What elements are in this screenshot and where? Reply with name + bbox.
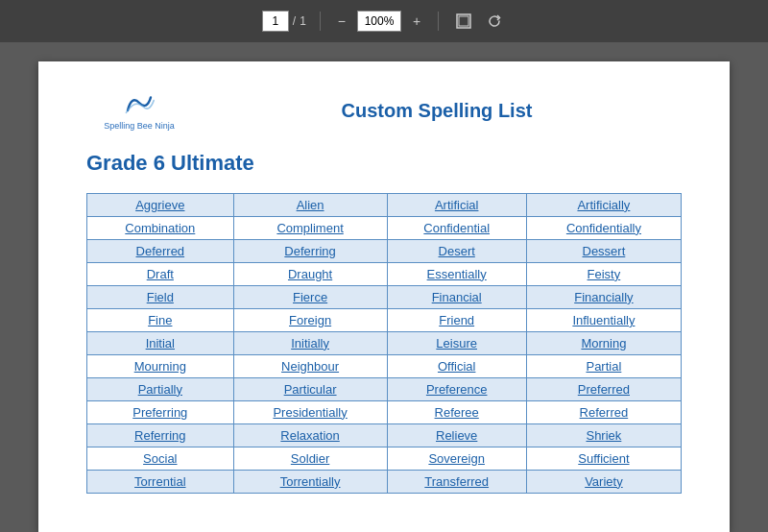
word-table: AggrieveAlienArtificialArtificiallyCombi… [86, 193, 682, 494]
zoom-out-button[interactable]: − [334, 12, 349, 31]
word-link[interactable]: Partially [138, 382, 182, 397]
word-link[interactable]: Confidential [423, 221, 490, 235]
page-separator: / [293, 14, 296, 28]
word-cell: Official [387, 354, 526, 377]
word-link[interactable]: Essentially [427, 267, 487, 281]
word-link[interactable]: Official [438, 359, 476, 374]
word-cell: Variety [526, 470, 681, 493]
word-link[interactable]: Foreign [289, 313, 331, 327]
word-cell: Feisty [526, 262, 681, 285]
word-link[interactable]: Torrentially [280, 474, 341, 489]
word-link[interactable]: Sovereign [428, 451, 485, 466]
word-link[interactable]: Desert [439, 244, 475, 258]
word-link[interactable]: Preferred [578, 382, 630, 397]
table-row: PartiallyParticularPreferencePreferred [87, 377, 682, 400]
word-link[interactable]: Referee [435, 405, 479, 420]
table-row: SocialSoldierSovereignSufficient [87, 447, 682, 470]
word-cell: Sufficient [526, 447, 681, 470]
word-link[interactable]: Combination [125, 221, 195, 235]
word-link[interactable]: Fierce [293, 290, 327, 304]
word-link[interactable]: Preferring [132, 405, 187, 420]
word-link[interactable]: Transferred [424, 474, 489, 489]
word-cell: Preference [387, 377, 526, 400]
word-cell: Presidentially [233, 400, 387, 423]
word-cell: Partial [526, 354, 681, 377]
document-page: Spelling Bee Ninja Custom Spelling List … [38, 61, 730, 532]
word-link[interactable]: Referring [134, 428, 185, 443]
word-link[interactable]: Partial [586, 359, 621, 374]
zoom-level: 100% [357, 11, 401, 32]
word-cell: Shriek [526, 423, 681, 447]
logo-icon [120, 90, 158, 119]
word-cell: Sovereign [387, 447, 526, 470]
word-link[interactable]: Compliment [276, 221, 343, 235]
word-cell: Mourning [87, 354, 234, 377]
table-row: DeferredDeferringDesertDessert [87, 239, 682, 262]
word-cell: Transferred [387, 470, 526, 493]
pagination-group: 1 / 1 [262, 11, 306, 32]
page-number-input[interactable]: 1 [262, 11, 289, 32]
word-link[interactable]: Dessert [583, 244, 626, 258]
word-cell: Referring [87, 423, 234, 447]
word-link[interactable]: Draught [288, 267, 332, 281]
word-link[interactable]: Relaxation [280, 428, 339, 443]
word-link[interactable]: Aggrieve [135, 198, 184, 212]
word-cell: Referred [526, 400, 681, 423]
word-link[interactable]: Social [143, 451, 177, 466]
word-cell: Initial [87, 331, 234, 354]
word-link[interactable]: Referred [580, 405, 629, 420]
word-link[interactable]: Soldier [291, 451, 329, 466]
word-cell: Leisure [387, 331, 526, 354]
word-link[interactable]: Relieve [436, 428, 477, 443]
word-link[interactable]: Friend [439, 313, 474, 327]
word-link[interactable]: Preference [426, 382, 488, 397]
table-row: FieldFierceFinancialFinancially [87, 285, 682, 308]
word-cell: Aggrieve [87, 193, 234, 216]
word-cell: Combination [87, 216, 234, 239]
word-link[interactable]: Morning [581, 336, 626, 351]
word-link[interactable]: Particular [284, 382, 337, 397]
word-link[interactable]: Alien [297, 198, 324, 212]
word-link[interactable]: Shriek [586, 428, 621, 443]
word-link[interactable]: Deferring [284, 244, 335, 258]
word-cell: Relieve [387, 423, 526, 447]
zoom-in-button[interactable]: + [409, 12, 424, 31]
word-link[interactable]: Artificially [577, 198, 630, 212]
word-link[interactable]: Financial [432, 290, 482, 304]
word-link[interactable]: Feisty [588, 267, 621, 281]
word-cell: Confidential [387, 216, 526, 239]
word-link[interactable]: Neighbour [281, 359, 339, 374]
word-link[interactable]: Financially [574, 290, 633, 304]
word-link[interactable]: Initially [291, 336, 329, 351]
word-cell: Essentially [387, 262, 526, 285]
fit-page-button[interactable] [452, 12, 475, 31]
word-cell: Torrential [87, 470, 234, 493]
table-row: PreferringPresidentiallyRefereeReferred [87, 400, 682, 423]
word-link[interactable]: Influentially [572, 313, 635, 327]
word-link[interactable]: Artificial [435, 198, 479, 212]
word-link[interactable]: Deferred [136, 244, 185, 258]
word-link[interactable]: Leisure [436, 336, 477, 351]
word-link[interactable]: Initial [146, 336, 175, 351]
word-cell: Field [87, 285, 234, 308]
word-link[interactable]: Presidentially [273, 405, 347, 420]
table-row: ReferringRelaxationRelieveShriek [87, 423, 682, 447]
word-link[interactable]: Confidentially [566, 221, 641, 235]
word-cell: Particular [233, 377, 387, 400]
table-row: InitialInitiallyLeisureMorning [87, 331, 682, 354]
word-cell: Morning [526, 331, 681, 354]
word-link[interactable]: Sufficient [578, 451, 629, 466]
word-cell: Financially [526, 285, 681, 308]
word-link[interactable]: Variety [585, 474, 623, 489]
word-link[interactable]: Draft [147, 267, 174, 281]
word-link[interactable]: Field [147, 290, 174, 304]
table-row: MourningNeighbourOfficialPartial [87, 354, 682, 377]
word-cell: Confidentially [526, 216, 681, 239]
rotate-button[interactable] [483, 12, 506, 31]
word-cell: Desert [387, 239, 526, 262]
word-link[interactable]: Torrential [134, 474, 185, 489]
word-link[interactable]: Mourning [134, 359, 186, 374]
document-container: Spelling Bee Ninja Custom Spelling List … [0, 42, 768, 532]
word-cell: Referee [387, 400, 526, 423]
word-link[interactable]: Fine [148, 313, 172, 327]
